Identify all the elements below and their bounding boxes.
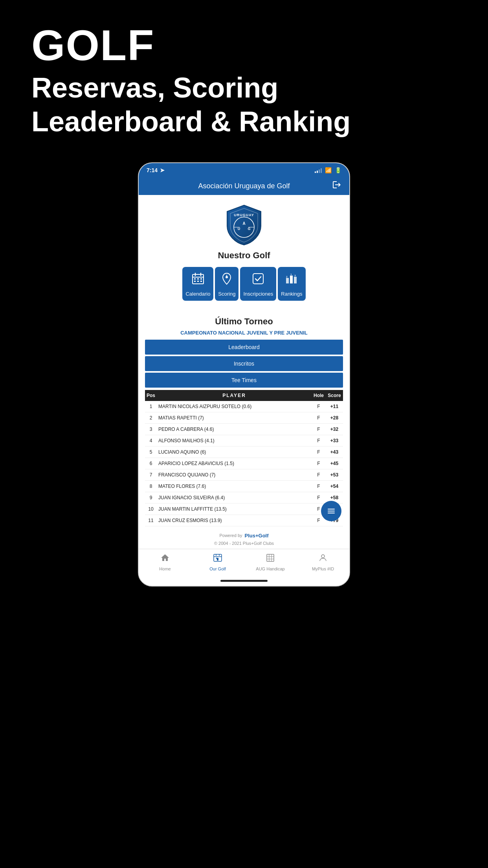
row-player: FRANCISCO QUIJANO (7) [157,469,312,480]
row-hole: F [312,480,326,492]
row-player: JUAN CRUZ ESMORIS (13.9) [157,515,312,526]
col-score: Score [326,390,343,401]
scoring-icon [220,272,233,288]
row-hole: F [312,423,326,435]
status-bar: 7:14 ➤ 📶 🔋 [139,163,349,177]
svg-rect-13 [200,278,202,280]
wifi-icon: 📶 [325,167,332,173]
shield-logo: URUGUAY A U G [226,204,262,246]
nav-buttons-container: Calendario Scoring [176,267,312,307]
time-display: 7:14 [147,167,158,173]
powered-by: Powered by Plus+Golf [219,533,268,539]
row-score: +11 [326,401,343,412]
col-player: PLAYER [157,390,312,401]
row-pos: 9 [145,492,157,503]
tournament-section: Último Torneo CAMPEONATO NACIONAL JUVENI… [139,313,349,526]
table-header-row: Pos PLAYER Hole Score [145,390,343,401]
row-player: MATIAS RAPETTI (7) [157,412,312,423]
bottom-nav-myplus-id[interactable]: MyPlus #ID [297,553,349,571]
row-pos: 8 [145,480,157,492]
nav-btn-rankings[interactable]: 2 1 3 Rankings [278,267,305,301]
bottom-nav: Home Our Golf [139,549,349,577]
hero-title: GOLF [31,24,457,67]
row-player: ALFONSO MAILHOS (4.1) [157,435,312,446]
row-pos: 4 [145,435,157,446]
myplus-id-nav-icon [318,553,328,565]
nav-btn-calendario-label: Calendario [185,291,210,297]
aug-handicap-nav-label: AUG Handicap [256,566,284,571]
row-hole: F [312,492,326,503]
phone-mockup: 7:14 ➤ 📶 🔋 Asociación Uruguaya de Golf [138,162,350,587]
table-row: 11 JUAN CRUZ ESMORIS (13.9) F +79 [145,515,343,526]
svg-point-38 [321,555,325,558]
app-footer: Powered by Plus+Golf © 2004 - 2021 Plus+… [139,526,349,549]
row-score: +28 [326,412,343,423]
logout-icon[interactable] [332,180,341,192]
col-pos: Pos [145,390,157,401]
svg-rect-26 [328,509,335,509]
row-pos: 1 [145,401,157,412]
svg-rect-11 [194,278,196,280]
row-player: MATEO FLORES (7.6) [157,480,312,492]
rankings-icon: 2 1 3 [285,272,298,288]
nav-btn-calendario[interactable]: Calendario [182,267,213,301]
our-golf-nav-icon [213,553,222,565]
battery-icon: 🔋 [335,167,341,173]
leaderboard-button[interactable]: Leaderboard [145,340,343,355]
leaderboard-table: Pos PLAYER Hole Score 1 MARTIN NICOLAS A… [145,390,343,526]
home-nav-label: Home [159,566,171,571]
row-player: PEDRO A CABRERA (4.6) [157,423,312,435]
svg-rect-22 [294,277,297,283]
row-pos: 5 [145,446,157,458]
ultimo-torneo-title: Último Torneo [145,316,343,327]
svg-rect-28 [328,513,335,513]
inscritos-button[interactable]: Inscritos [145,356,343,371]
row-player: LUCIANO AQUINO (6) [157,446,312,458]
row-score: +45 [326,458,343,469]
row-score: +33 [326,435,343,446]
row-score: +32 [326,423,343,435]
location-icon: ➤ [160,167,165,173]
status-right: 📶 🔋 [315,167,341,173]
svg-rect-21 [290,276,293,283]
row-hole: F [312,446,326,458]
app-name: Nuestro Golf [218,250,270,261]
row-score: +53 [326,469,343,480]
row-player: APARICIO LOPEZ ABAVICIUS (1.5) [157,458,312,469]
table-row: 6 APARICIO LOPEZ ABAVICIUS (1.5) F +45 [145,458,343,469]
svg-rect-19 [253,274,263,284]
fab-menu-button[interactable] [321,501,341,521]
tournament-name: CAMPEONATO NACIONAL JUVENIL Y PRE JUVENI… [145,330,343,336]
powered-by-text: Powered by [219,533,242,538]
row-pos: 7 [145,469,157,480]
table-row: 5 LUCIANO AQUINO (6) F +43 [145,446,343,458]
row-player: JUAN IGNACIO SILVEIRA (6.4) [157,492,312,503]
hero-subtitle-line2: Leaderboard & Ranking [31,106,350,137]
svg-rect-14 [194,281,196,282]
tee-times-button[interactable]: Tee Times [145,373,343,388]
home-indicator-bar [139,577,349,586]
plus-golf-brand: Plus+Golf [245,533,269,539]
table-row: 2 MATIAS RAPETTI (7) F +28 [145,412,343,423]
home-nav-icon [160,553,170,565]
table-row: 3 PEDRO A CABRERA (4.6) F +32 [145,423,343,435]
row-hole: F [312,401,326,412]
bottom-nav-our-golf[interactable]: Our Golf [191,553,244,571]
nav-btn-inscripciones[interactable]: Inscripciones [240,267,276,301]
our-golf-nav-label: Our Golf [209,566,226,571]
col-hole: Hole [312,390,326,401]
calendario-icon [192,272,204,288]
row-score: +54 [326,480,343,492]
table-row: 7 FRANCISCO QUIJANO (7) F +53 [145,469,343,480]
bottom-nav-home[interactable]: Home [139,553,191,571]
svg-text:A: A [242,221,245,226]
svg-rect-33 [267,554,274,561]
row-hole: F [312,435,326,446]
svg-rect-12 [197,278,199,280]
table-row: 9 JUAN IGNACIO SILVEIRA (6.4) F +58 [145,492,343,503]
nav-btn-scoring[interactable]: Scoring [215,267,238,301]
row-pos: 11 [145,515,157,526]
row-score: +43 [326,446,343,458]
bottom-nav-aug-handicap[interactable]: AUG Handicap [244,553,297,571]
table-row: 10 JUAN MARTIN LAFFITTE (13.5) F +72 [145,503,343,515]
